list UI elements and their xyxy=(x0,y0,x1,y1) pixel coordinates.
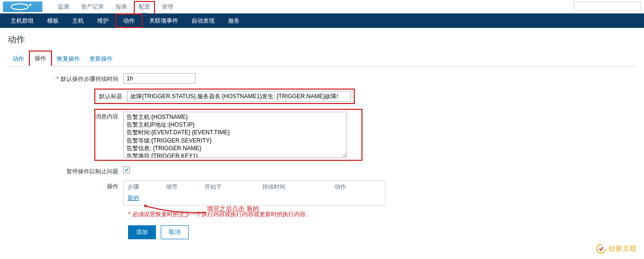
row-operations: 操作 步骤 细节 开始于 持续时间 动作 新的 xyxy=(8,181,636,206)
secnav-correlation[interactable]: 关联项事件 xyxy=(142,13,185,28)
operations-new-row: 新的 xyxy=(124,193,385,205)
secnav-hosts[interactable]: 主机 xyxy=(65,13,90,28)
pause-checkbox[interactable] xyxy=(123,167,130,173)
ops-col-step: 步骤 xyxy=(128,183,166,191)
ops-col-duration: 持续时间 xyxy=(262,183,335,191)
content-label: 消息内容 xyxy=(95,112,123,121)
form-buttons: 添加 取消 xyxy=(128,225,636,239)
new-operation-link[interactable]: 新的 xyxy=(128,194,139,201)
pause-label: 暂停操作以制止问题 xyxy=(8,166,123,176)
tab-action[interactable]: 动作 xyxy=(8,52,29,66)
row-content: 消息内容 xyxy=(8,109,636,161)
row-title: 默认标题 xyxy=(8,89,636,104)
content-highlight-frame: 消息内容 xyxy=(94,109,362,161)
watermark-text: 创新互联 xyxy=(608,245,637,253)
svg-point-0 xyxy=(11,4,28,10)
search-input[interactable] xyxy=(574,1,641,11)
secnav-actions[interactable]: 动作 xyxy=(116,13,142,28)
validation-note-text: 必须设置恢复时的至少一个执行内容或执行内容或更新时的执行内容。 xyxy=(132,211,311,218)
secnav-discovery[interactable]: 自动发现 xyxy=(185,13,221,28)
secnav-hostgroups[interactable]: 主机群组 xyxy=(4,13,40,28)
operations-head: 步骤 细节 开始于 持续时间 动作 xyxy=(124,181,385,193)
top-header: 监测 资产记录 报表 配置 管理 xyxy=(0,0,644,13)
validation-note: *必须设置恢复时的至少一个执行内容或执行内容或更新时的执行内容。 xyxy=(128,210,636,219)
secondary-nav: 主机群组 模板 主机 维护 动作 关联项事件 自动发现 服务 xyxy=(0,13,644,28)
form-area: *默认操作步骤持续时间 默认标题 消息内容 暂停操作以制止问题 操作 xyxy=(0,66,644,259)
duration-label: *默认操作步骤持续时间 xyxy=(8,73,123,83)
watermark: 创新互联 xyxy=(596,244,637,254)
secnav-templates[interactable]: 模板 xyxy=(40,13,65,28)
logo-icon xyxy=(9,3,36,11)
ops-col-detail: 细节 xyxy=(166,183,205,191)
duration-input[interactable] xyxy=(123,73,195,84)
topnav-monitor[interactable]: 监测 xyxy=(52,0,75,13)
topnav-config-label: 配置 xyxy=(139,3,150,10)
secnav-maintenance[interactable]: 维护 xyxy=(90,13,116,28)
ops-col-start: 开始于 xyxy=(205,183,262,191)
top-nav: 监测 资产记录 报表 配置 管理 xyxy=(52,0,179,13)
form-tabs: 动作 操作 恢复操作 更新操作 xyxy=(8,53,636,66)
topnav-admin[interactable]: 管理 xyxy=(156,0,179,13)
secnav-services[interactable]: 服务 xyxy=(221,13,246,28)
add-button[interactable]: 添加 xyxy=(128,225,156,239)
tab-update[interactable]: 更新操作 xyxy=(85,52,117,66)
title-input[interactable] xyxy=(127,91,351,102)
title-label: 默认标题 xyxy=(95,92,127,101)
duration-label-text: 默认操作步骤持续时间 xyxy=(61,76,118,82)
topnav-inventory[interactable]: 资产记录 xyxy=(75,0,110,13)
app-logo[interactable] xyxy=(3,1,42,12)
page-title: 动作 xyxy=(0,28,644,49)
topnav-reports[interactable]: 报表 xyxy=(110,0,133,13)
row-duration: *默认操作步骤持续时间 xyxy=(8,73,636,84)
row-pause: 暂停操作以制止问题 xyxy=(8,166,636,176)
svg-rect-1 xyxy=(29,4,31,6)
topnav-config[interactable]: 配置 xyxy=(133,0,156,13)
title-highlight-frame: 默认标题 xyxy=(94,89,355,104)
cancel-button[interactable]: 取消 xyxy=(161,225,189,239)
tab-recovery[interactable]: 恢复操作 xyxy=(52,52,85,66)
watermark-icon xyxy=(596,244,606,254)
operations-label: 操作 xyxy=(8,181,123,191)
ops-col-action: 动作 xyxy=(335,183,373,191)
operations-box: 步骤 细节 开始于 持续时间 动作 新的 xyxy=(123,181,386,206)
tab-operations[interactable]: 操作 xyxy=(29,51,52,66)
content-textarea[interactable] xyxy=(123,112,347,158)
